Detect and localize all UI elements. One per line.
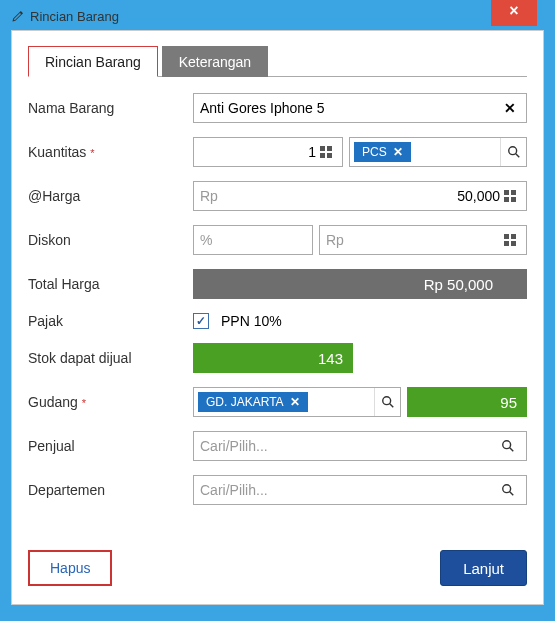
nama-input[interactable] [200,94,500,122]
svg-rect-7 [511,190,516,195]
tab-rincian[interactable]: Rincian Barang [28,46,158,77]
harga-prefix: Rp [200,188,218,204]
svg-rect-8 [504,197,509,202]
diskon-rp-input[interactable] [344,226,500,254]
label-gudang: Gudang * [28,394,193,410]
satuan-select[interactable]: PCS ✕ [349,137,527,167]
svg-rect-2 [320,153,325,158]
title-bar: Rincian Barang [3,3,552,28]
stok-value: 143 [193,343,353,373]
diskon-pct-input[interactable] [212,226,306,254]
svg-rect-1 [327,146,332,151]
gudang-remove-icon[interactable]: ✕ [290,395,300,409]
satuan-remove-icon[interactable]: ✕ [393,145,403,159]
svg-point-14 [382,397,390,405]
penjual-input[interactable] [200,432,496,460]
label-diskon: Diskon [28,232,193,248]
svg-rect-6 [504,190,509,195]
svg-rect-10 [504,234,509,239]
gudang-pill[interactable]: GD. JAKARTA ✕ [198,392,308,412]
label-total: Total Harga [28,276,193,292]
svg-rect-9 [511,197,516,202]
svg-line-5 [515,154,519,158]
keypad-icon[interactable] [316,146,336,158]
pencil-icon [11,10,24,23]
svg-point-4 [508,147,516,155]
window-title: Rincian Barang [30,9,119,24]
gudang-search-icon[interactable] [374,388,400,416]
label-nama: Nama Barang [28,100,193,116]
lanjut-button[interactable]: Lanjut [440,550,527,586]
label-kuantitas: Kuantitas * [28,144,193,160]
label-harga: @Harga [28,188,193,204]
diskon-rp-placeholder: Rp [326,232,344,248]
label-departemen: Departemen [28,482,193,498]
keypad-icon[interactable] [500,234,520,246]
content-panel: Rincian Barang Keterangan Nama Barang ✕ … [11,30,544,605]
svg-point-18 [503,485,511,493]
label-penjual: Penjual [28,438,193,454]
svg-rect-0 [320,146,325,151]
svg-rect-12 [504,241,509,246]
nama-clear-icon[interactable]: ✕ [500,100,520,116]
departemen-search-icon[interactable] [496,476,520,504]
pajak-label: PPN 10% [221,313,282,329]
svg-line-19 [510,492,514,496]
tabs: Rincian Barang Keterangan [28,45,527,77]
diskon-pct-placeholder: % [200,232,212,248]
svg-rect-3 [327,153,332,158]
gudang-stok-value: 95 [407,387,527,417]
satuan-search-icon[interactable] [500,138,526,166]
svg-point-16 [503,441,511,449]
kuantitas-input[interactable] [200,138,316,166]
svg-rect-13 [511,241,516,246]
tab-keterangan[interactable]: Keterangan [162,46,268,77]
pajak-checkbox[interactable]: ✓ [193,313,209,329]
label-pajak: Pajak [28,313,193,329]
harga-input[interactable] [218,182,500,210]
satuan-pill[interactable]: PCS ✕ [354,142,411,162]
departemen-input[interactable] [200,476,496,504]
svg-line-17 [510,448,514,452]
total-value: Rp 50,000 [193,269,527,299]
svg-rect-11 [511,234,516,239]
label-stok: Stok dapat dijual [28,350,193,366]
keypad-icon[interactable] [500,190,520,202]
hapus-button[interactable]: Hapus [28,550,112,586]
penjual-search-icon[interactable] [496,432,520,460]
svg-line-15 [389,404,393,408]
close-button[interactable]: × [491,0,537,26]
gudang-select[interactable]: GD. JAKARTA ✕ [193,387,401,417]
